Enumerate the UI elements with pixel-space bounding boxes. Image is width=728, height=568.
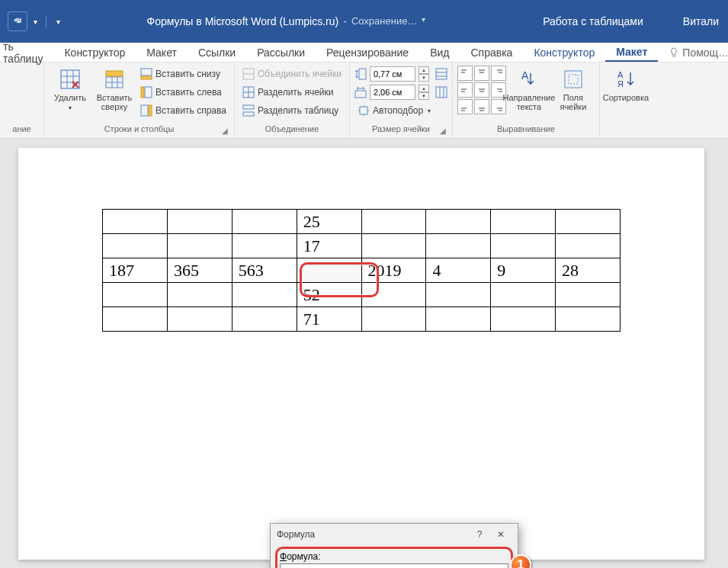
group-label-alignment: Выравнивание — [457, 123, 595, 135]
insert-right-button[interactable]: Вставить справа — [137, 102, 229, 119]
context-tab-title: Работа с таблицами — [512, 0, 674, 43]
insert-below-icon — [140, 68, 152, 80]
insert-below-button[interactable]: Вставить снизу — [137, 66, 229, 82]
tab-review[interactable]: Рецензирование — [316, 44, 419, 61]
titlebar: ▾ │ ▾ Формулы в Microsoft Word (Lumpics.… — [0, 0, 728, 43]
height-spinner[interactable]: ▲▼ — [419, 66, 429, 82]
ribbon-tabs: ть таблицу Конструктор Макет Ссылки Расс… — [0, 43, 728, 63]
table-row: 18736556320194928 — [103, 258, 621, 283]
text-direction-icon: A — [517, 67, 541, 91]
tab-help[interactable]: Справка — [460, 44, 523, 61]
redo-button[interactable] — [8, 11, 27, 31]
autofit-icon — [358, 104, 370, 117]
svg-rect-51 — [565, 71, 582, 88]
svg-rect-27 — [355, 91, 366, 98]
insert-left-button[interactable]: Вставить слева — [137, 84, 229, 101]
badge-1: 1 — [510, 554, 531, 568]
group-label-cell-size: Размер ячейки◢ — [354, 123, 447, 135]
group-label-merge: Объединение — [239, 123, 345, 135]
tell-me[interactable]: Помощ… — [658, 44, 728, 61]
align-bot-left[interactable] — [457, 99, 473, 114]
svg-rect-21 — [243, 105, 254, 109]
align-top-right[interactable] — [491, 66, 506, 81]
distribute-cols-icon[interactable] — [435, 86, 447, 98]
align-top-left[interactable] — [457, 66, 473, 81]
ribbon: ание Удалить▾ Вставить сверху Вставить с… — [0, 63, 728, 139]
svg-rect-14 — [141, 105, 148, 116]
insert-above-icon — [102, 67, 127, 91]
align-mid-center[interactable] — [474, 82, 489, 98]
cell-margins-button[interactable]: Поля ячейки — [552, 66, 595, 120]
table-row: 71 — [103, 307, 621, 332]
table-row: 17 — [103, 234, 621, 258]
row-height-input[interactable] — [370, 66, 415, 82]
align-bot-center[interactable] — [474, 99, 489, 114]
active-cell — [297, 258, 361, 283]
cell-margins-icon — [561, 67, 585, 91]
tab-constructor[interactable]: Конструктор — [53, 44, 136, 61]
page: 25 17 18736556320194928 52 71 Формула ? … — [18, 148, 704, 560]
svg-rect-10 — [141, 69, 152, 75]
dialog-title: Формула — [277, 529, 315, 540]
split-cells-button[interactable]: Разделить ячейки — [239, 84, 345, 101]
svg-rect-24 — [436, 69, 447, 79]
split-cells-icon — [242, 86, 255, 98]
formula-label: Формула: — [280, 551, 508, 562]
merge-cells-button: Объединить ячейки — [239, 66, 345, 82]
dialog-launcher-icon[interactable]: ◢ — [440, 127, 446, 135]
col-width-input[interactable] — [370, 85, 415, 100]
split-table-button[interactable]: Разделить таблицу — [239, 102, 345, 119]
align-top-center[interactable] — [474, 66, 489, 81]
svg-rect-31 — [360, 107, 367, 114]
lightbulb-icon — [669, 47, 679, 58]
merge-cells-icon — [242, 68, 255, 80]
tab-references[interactable]: Ссылки — [188, 44, 246, 61]
tab-table-layout[interactable]: Макет — [605, 43, 658, 62]
tab-table-constructor[interactable]: Конструктор — [523, 44, 605, 61]
formula-input[interactable] — [280, 563, 508, 568]
dialog-help-icon[interactable]: ? — [469, 529, 490, 540]
row-height-icon — [354, 68, 367, 80]
svg-rect-28 — [436, 87, 447, 98]
tab-layout[interactable]: Макет — [136, 44, 188, 61]
tab-mailings[interactable]: Рассылки — [246, 44, 316, 61]
svg-text:А: А — [617, 70, 624, 79]
text-direction-button[interactable]: A Направление текста — [508, 66, 550, 120]
dialog-close-icon[interactable]: ✕ — [490, 529, 512, 540]
sort-button[interactable]: АЯ Сортировка — [605, 66, 647, 120]
document-area: 25 17 18736556320194928 52 71 Формула ? … — [0, 139, 728, 568]
group-label-partial: ание — [5, 123, 39, 135]
insert-above-button[interactable]: Вставить сверху — [93, 66, 136, 120]
autofit-button[interactable]: Автоподбор▾ — [354, 102, 447, 119]
insert-left-icon — [140, 86, 152, 98]
alignment-grid — [457, 66, 506, 114]
insert-right-icon — [140, 104, 152, 117]
table-row: 52 — [103, 283, 621, 307]
col-width-icon — [354, 86, 367, 98]
dialog-launcher-icon[interactable]: ◢ — [222, 127, 228, 135]
svg-rect-52 — [569, 75, 578, 84]
formula-dialog: Формула ? ✕ Формула: Формат числа: ▾ Вст… — [270, 523, 518, 568]
align-mid-left[interactable] — [457, 82, 473, 98]
distribute-rows-icon[interactable] — [435, 68, 447, 80]
group-label-rows-cols: Строки и столбцы◢ — [49, 123, 229, 135]
svg-text:Я: Я — [617, 79, 624, 88]
delete-button[interactable]: Удалить▾ — [49, 66, 91, 120]
saving-status: Сохранение… — [351, 15, 418, 27]
word-table[interactable]: 25 17 18736556320194928 52 71 — [102, 209, 621, 332]
svg-rect-11 — [141, 76, 152, 79]
split-table-icon — [242, 104, 255, 117]
delete-table-icon — [58, 67, 82, 91]
svg-text:A: A — [521, 69, 529, 82]
tab-view[interactable]: Вид — [419, 44, 460, 61]
document-title: Формулы в Microsoft Word (Lumpics.ru) — [147, 15, 339, 27]
svg-rect-12 — [145, 87, 152, 98]
svg-rect-6 — [106, 71, 123, 76]
user-name: Витали — [674, 15, 728, 27]
svg-rect-22 — [243, 112, 254, 116]
svg-rect-13 — [141, 87, 144, 98]
table-row: 25 — [103, 210, 621, 234]
sort-icon: АЯ — [614, 67, 638, 91]
dropdown-icon[interactable]: ▾ — [34, 18, 37, 26]
width-spinner[interactable]: ▲▼ — [419, 85, 429, 100]
